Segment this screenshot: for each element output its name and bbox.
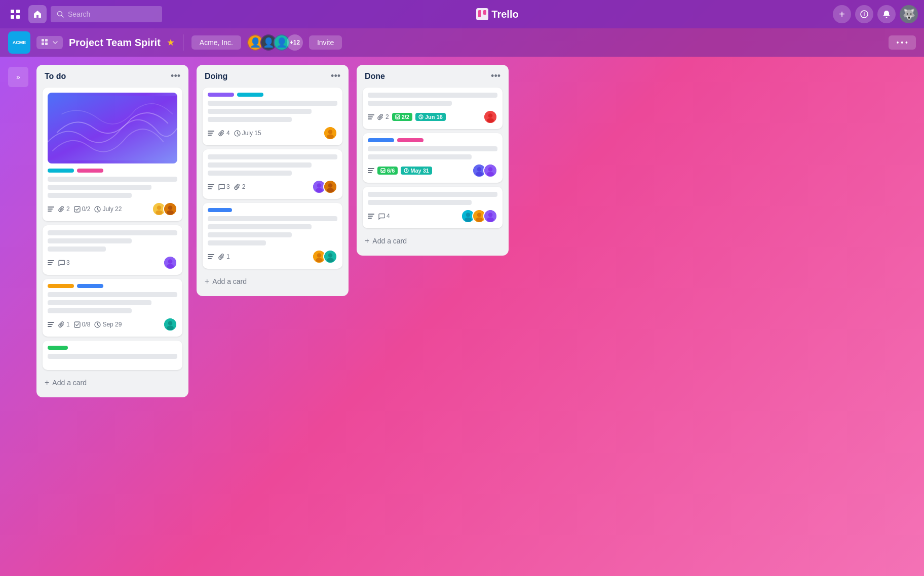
- svg-point-80: [477, 167, 482, 172]
- column-menu-doing[interactable]: •••: [331, 71, 340, 81]
- card-avatar: [323, 180, 337, 194]
- card-line: [208, 154, 337, 159]
- more-button[interactable]: • • •: [889, 35, 916, 50]
- card-line: [48, 185, 151, 190]
- workspace-button[interactable]: Acme, Inc.: [191, 35, 241, 50]
- svg-rect-14: [45, 43, 48, 45]
- svg-rect-8: [483, 10, 486, 15]
- svg-point-25: [168, 205, 173, 210]
- board-content: » To do •••: [0, 57, 924, 576]
- card-5[interactable]: 4 July 15: [203, 88, 342, 145]
- member-count[interactable]: +12: [287, 34, 303, 51]
- add-card-todo[interactable]: + Add a card: [43, 374, 182, 391]
- card-1-avatars: [152, 202, 177, 216]
- card-4[interactable]: [43, 341, 182, 370]
- card-2[interactable]: 3: [43, 225, 182, 275]
- trello-logo: Trello: [476, 8, 518, 20]
- attachment-item: 2: [234, 183, 246, 190]
- svg-rect-17: [48, 209, 53, 210]
- svg-point-93: [476, 218, 483, 222]
- card-9-meta: 6/6 May 31: [368, 163, 497, 178]
- card-10[interactable]: 4: [363, 187, 503, 228]
- card-line: [208, 109, 312, 114]
- card-7-tags: [208, 208, 337, 212]
- due-item: July 22: [94, 205, 122, 213]
- card-line: [48, 354, 177, 359]
- board-header: ACME Project Team Spirit ★ Acme, Inc. 👤 …: [0, 28, 924, 57]
- add-card-done[interactable]: + Add a card: [363, 232, 503, 250]
- star-icon[interactable]: ★: [167, 37, 175, 48]
- column-menu-done[interactable]: •••: [491, 71, 500, 81]
- card-avatar: [483, 110, 497, 124]
- app-title: Trello: [491, 9, 518, 20]
- card-line: [48, 246, 106, 252]
- card-1-tags: [48, 169, 177, 173]
- card-6-avatars: [312, 180, 337, 194]
- svg-rect-66: [368, 114, 374, 115]
- card-3[interactable]: 1 0/8 Sep 29: [43, 279, 182, 337]
- card-line: [368, 101, 452, 106]
- card-7[interactable]: 1: [203, 203, 342, 269]
- card-9[interactable]: 6/6 May 31: [363, 133, 503, 183]
- card-5-tags: [208, 93, 337, 97]
- sidebar-toggle[interactable]: »: [8, 67, 28, 87]
- card-line: [48, 300, 151, 305]
- home-icon[interactable]: [28, 5, 47, 23]
- card-3-tags: [48, 284, 177, 288]
- card-avatar: [163, 317, 177, 332]
- svg-rect-18: [48, 211, 52, 212]
- svg-rect-12: [45, 39, 48, 42]
- checklist-item: 0/8: [74, 321, 91, 328]
- card-8[interactable]: 2 2/2 Jun 16: [363, 88, 503, 129]
- desc-icon-item: [48, 206, 54, 213]
- card-6[interactable]: 3 2: [203, 149, 342, 199]
- card-5-avatars: [323, 126, 337, 140]
- grid-menu-icon[interactable]: [6, 5, 24, 23]
- card-3-avatars: [163, 317, 177, 332]
- svg-rect-11: [42, 39, 44, 42]
- plus-icon: +: [205, 277, 209, 286]
- svg-rect-1: [16, 10, 20, 13]
- add-card-doing[interactable]: + Add a card: [203, 273, 342, 290]
- search-bar[interactable]: Search: [51, 6, 162, 22]
- svg-point-73: [487, 118, 494, 123]
- add-button[interactable]: +: [833, 5, 851, 23]
- svg-rect-67: [368, 116, 373, 117]
- card-line: [48, 230, 177, 235]
- column-menu-todo[interactable]: •••: [171, 71, 180, 81]
- card-2-meta: 3: [48, 256, 177, 270]
- desc-icon-item: [368, 114, 374, 120]
- info-button[interactable]: i: [855, 5, 873, 23]
- card-avatar: [323, 250, 337, 264]
- desc-icon-item: [48, 321, 54, 328]
- svg-point-53: [316, 188, 323, 193]
- due-badge: May 31: [401, 167, 432, 175]
- comment-item: 3: [58, 259, 70, 266]
- card-9-avatars: [472, 163, 497, 178]
- tag-purple: [208, 93, 234, 97]
- svg-rect-49: [208, 186, 213, 187]
- invite-button[interactable]: Invite: [309, 35, 342, 50]
- bell-icon[interactable]: [877, 5, 896, 23]
- card-8-text: [368, 93, 497, 106]
- desc-icon-item: [368, 213, 374, 220]
- tag-pink: [397, 138, 423, 142]
- svg-rect-85: [368, 214, 374, 215]
- checklist-badge: 6/6: [377, 167, 398, 175]
- card-avatar: [163, 256, 177, 270]
- svg-rect-15: [48, 96, 177, 160]
- card-line: [368, 146, 497, 151]
- plus-icon: +: [45, 378, 49, 387]
- card-1[interactable]: 2 0/2 July 22: [43, 88, 182, 221]
- card-line: [368, 93, 497, 98]
- attachment-item: 2: [377, 113, 389, 120]
- user-avatar[interactable]: 🐺: [900, 5, 918, 23]
- checklist-badge: 2/2: [392, 113, 412, 121]
- workspace-logo: ACME: [8, 31, 30, 54]
- column-title-todo: To do: [45, 72, 66, 81]
- card-line: [368, 200, 472, 205]
- desc-icon-item: [208, 130, 214, 137]
- card-7-avatars: [312, 250, 337, 264]
- board-dropdown[interactable]: [36, 36, 63, 49]
- svg-rect-27: [48, 260, 54, 261]
